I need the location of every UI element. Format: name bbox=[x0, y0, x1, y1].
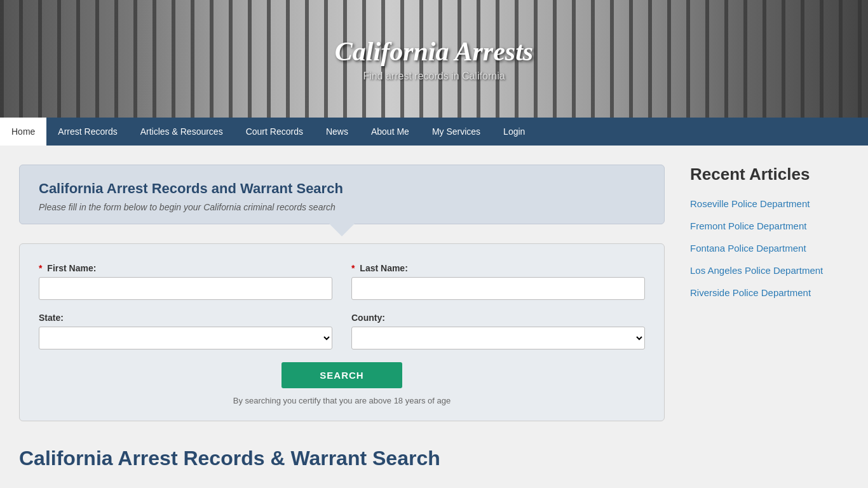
main-content: California Arrest Records and Warrant Se… bbox=[0, 146, 677, 488]
search-info-card: California Arrest Records and Warrant Se… bbox=[19, 165, 665, 224]
first-name-input[interactable] bbox=[39, 277, 332, 300]
header-banner: California Arrests Find arrest records i… bbox=[0, 0, 868, 118]
search-btn-wrap: SEARCH bbox=[39, 362, 645, 388]
first-name-required: * bbox=[39, 263, 42, 273]
main-nav: Home Arrest Records Articles & Resources… bbox=[0, 118, 868, 146]
section-heading: California Arrest Records & Warrant Sear… bbox=[19, 447, 665, 470]
nav-court-records[interactable]: Court Records bbox=[234, 118, 315, 146]
state-group: State: California bbox=[39, 313, 332, 349]
search-form-container: * First Name: * Last Name: State: bbox=[19, 243, 665, 421]
last-name-label: * Last Name: bbox=[351, 263, 645, 273]
state-select[interactable]: California bbox=[39, 327, 332, 349]
header-center: California Arrests Find arrest records i… bbox=[335, 36, 533, 82]
site-subtitle: Find arrest records in California bbox=[335, 71, 533, 82]
nav-home[interactable]: Home bbox=[0, 118, 46, 146]
name-row: * First Name: * Last Name: bbox=[39, 263, 645, 300]
search-button[interactable]: SEARCH bbox=[281, 362, 402, 388]
sidebar-link-losangeles[interactable]: Los Angeles Police Department bbox=[690, 264, 855, 277]
nav-arrest-records[interactable]: Arrest Records bbox=[46, 118, 128, 146]
nav-about[interactable]: About Me bbox=[360, 118, 421, 146]
site-title: California Arrests bbox=[335, 36, 533, 67]
sidebar-link-roseville[interactable]: Roseville Police Department bbox=[690, 197, 855, 210]
last-name-input[interactable] bbox=[351, 277, 645, 300]
nav-login[interactable]: Login bbox=[492, 118, 536, 146]
search-card-title: California Arrest Records and Warrant Se… bbox=[39, 180, 645, 197]
page-body: California Arrest Records and Warrant Se… bbox=[0, 146, 868, 488]
state-label: State: bbox=[39, 313, 332, 323]
search-card-subtitle: Please fill in the form below to begin y… bbox=[39, 202, 645, 212]
location-row: State: California County: bbox=[39, 313, 645, 349]
county-label: County: bbox=[351, 313, 645, 323]
first-name-label: * First Name: bbox=[39, 263, 332, 273]
last-name-group: * Last Name: bbox=[351, 263, 645, 300]
first-name-group: * First Name: bbox=[39, 263, 332, 300]
sidebar-link-fremont[interactable]: Fremont Police Department bbox=[690, 219, 855, 233]
nav-news[interactable]: News bbox=[315, 118, 360, 146]
county-group: County: bbox=[351, 313, 645, 349]
county-select[interactable] bbox=[351, 327, 645, 349]
last-name-required: * bbox=[351, 263, 355, 273]
sidebar-title: Recent Articles bbox=[690, 165, 855, 184]
sidebar-link-riverside[interactable]: Riverside Police Department bbox=[690, 286, 855, 299]
sidebar-link-fontana[interactable]: Fontana Police Department bbox=[690, 241, 855, 255]
search-disclaimer: By searching you certify that you are ab… bbox=[39, 396, 645, 405]
nav-services[interactable]: My Services bbox=[421, 118, 492, 146]
nav-articles[interactable]: Articles & Resources bbox=[129, 118, 234, 146]
sidebar: Recent Articles Roseville Police Departm… bbox=[677, 146, 868, 488]
